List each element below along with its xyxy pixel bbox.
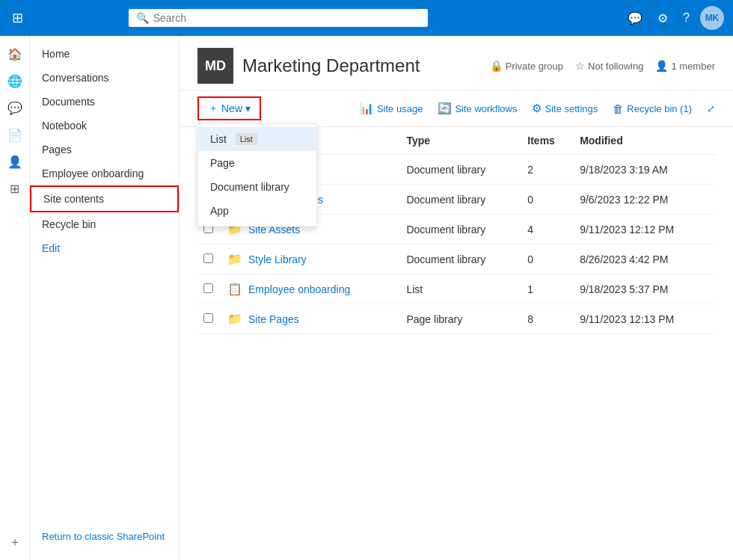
row-type-cell: Document library	[400, 185, 521, 215]
row-modified-cell: 9/11/2023 12:12 PM	[574, 215, 715, 244]
toolbar-actions: 📊 Site usage 🔄 Site workflows ⚙ Site set…	[360, 102, 715, 115]
row-name: Site Pages	[248, 313, 299, 325]
content-area: MD Marketing Department 🔒 Private group …	[180, 36, 733, 560]
row-checkbox-cell[interactable]	[197, 244, 221, 274]
icon-rail: 🏠 🌐 💬 📄 👤 ⊞ ＋	[0, 36, 30, 560]
site-logo: MD	[197, 48, 233, 84]
new-btn-wrapper: ＋ New ▾ List List Page Document library	[197, 96, 261, 120]
rail-home-icon[interactable]: 🏠	[3, 42, 27, 66]
dropdown-page-label: Page	[210, 157, 235, 169]
dropdown-item-document-library[interactable]: Document library	[198, 175, 316, 199]
recycle-icon: 🗑	[613, 102, 624, 115]
row-name-cell[interactable]: 📁Site Pages	[221, 304, 400, 334]
row-type-cell: Document library	[400, 244, 521, 274]
row-type-cell: List	[400, 274, 521, 304]
new-label: New	[221, 102, 242, 114]
expand-icon: ⤢	[707, 103, 715, 114]
main-layout: 🏠 🌐 💬 📄 👤 ⊞ ＋ Home Conversations Documen…	[0, 36, 733, 560]
expand-button[interactable]: ⤢	[707, 103, 715, 114]
not-following-button[interactable]: ☆ Not following	[575, 60, 643, 72]
rail-doc-icon[interactable]: 📄	[3, 123, 27, 147]
top-nav-icons: 💬 ⚙ ? MK	[623, 6, 724, 30]
chevron-down-icon: ▾	[245, 102, 251, 114]
settings-icon[interactable]: ⚙	[653, 8, 672, 28]
row-modified-cell: 9/6/2023 12:22 PM	[574, 185, 715, 215]
members-text: 1 member	[671, 61, 715, 72]
folder-icon: 📁	[227, 252, 242, 266]
col-items: Items	[521, 127, 574, 155]
row-modified-cell: 8/26/2023 4:42 PM	[574, 244, 715, 274]
row-type-cell: Document library	[400, 155, 521, 185]
folder-icon: 📁	[227, 312, 242, 326]
private-group-label: 🔒 Private group	[490, 60, 563, 72]
dropdown-item-app[interactable]: App	[198, 199, 316, 223]
site-settings-button[interactable]: ⚙ Site settings	[532, 102, 598, 115]
members-button[interactable]: 👤 1 member	[655, 60, 715, 72]
row-name: Style Library	[248, 253, 307, 265]
site-meta: 🔒 Private group ☆ Not following 👤 1 memb…	[490, 60, 715, 72]
sidebar-item-employee-onboarding[interactable]: Employee onboarding	[30, 161, 179, 185]
sidebar-item-home[interactable]: Home	[30, 42, 179, 66]
row-checkbox-cell[interactable]	[197, 274, 221, 304]
sidebar-item-documents[interactable]: Documents	[30, 90, 179, 114]
site-header: MD Marketing Department 🔒 Private group …	[180, 36, 733, 90]
search-input[interactable]	[153, 12, 420, 24]
site-workflows-button[interactable]: 🔄 Site workflows	[438, 102, 517, 115]
col-type: Type	[400, 127, 521, 155]
waffle-icon[interactable]: ⊞	[9, 7, 26, 29]
rail-plus-icon[interactable]: ＋	[3, 530, 27, 554]
dropdown-item-page[interactable]: Page	[198, 151, 316, 175]
sidebar-item-pages[interactable]: Pages	[30, 138, 179, 161]
table-row: 📋Employee onboarding List 1 9/18/2023 5:…	[197, 274, 715, 304]
rail-chat-icon[interactable]: 💬	[3, 96, 27, 120]
row-modified-cell: 9/18/2023 3:19 AM	[574, 155, 715, 185]
row-items-cell: 0	[521, 185, 574, 215]
new-dropdown-menu: List List Page Document library App	[197, 123, 317, 227]
star-icon: ☆	[575, 60, 585, 72]
chart-icon: 📊	[360, 102, 374, 115]
row-checkbox-cell[interactable]	[197, 304, 221, 334]
row-modified-cell: 9/18/2023 5:37 PM	[574, 274, 715, 304]
list-icon: 📋	[227, 282, 242, 296]
dropdown-list-label: List	[210, 133, 227, 145]
sidebar-item-conversations[interactable]: Conversations	[30, 66, 179, 90]
table-row: 📁Site Pages Page library 8 9/11/2023 12:…	[197, 304, 715, 334]
col-modified: Modified	[574, 127, 715, 155]
new-button[interactable]: ＋ New ▾	[197, 96, 261, 120]
recycle-bin-label: Recycle bin (1)	[627, 103, 692, 114]
site-title: Marketing Department	[242, 55, 420, 76]
row-type-cell: Document library	[400, 215, 521, 244]
search-bar[interactable]: 🔍	[129, 9, 428, 27]
site-usage-button[interactable]: 📊 Site usage	[360, 102, 423, 115]
row-type-cell: Page library	[400, 304, 521, 334]
help-icon[interactable]: ?	[678, 8, 694, 28]
person-icon: 👤	[655, 60, 668, 72]
sidebar-return-link[interactable]: Return to classic SharePoint	[30, 519, 179, 554]
lock-icon: 🔒	[490, 60, 503, 72]
row-items-cell: 2	[521, 155, 574, 185]
not-following-text: Not following	[588, 61, 643, 72]
sidebar-item-recycle-bin[interactable]: Recycle bin	[30, 212, 179, 236]
recycle-bin-button[interactable]: 🗑 Recycle bin (1)	[613, 102, 692, 115]
row-items-cell: 8	[521, 304, 574, 334]
private-group-text: Private group	[506, 61, 563, 72]
row-name: Employee onboarding	[248, 283, 350, 295]
chat-icon[interactable]: 💬	[623, 8, 647, 28]
row-modified-cell: 9/11/2023 12:13 PM	[574, 304, 715, 334]
dropdown-app-label: App	[210, 205, 229, 217]
sidebar-item-site-contents[interactable]: Site contents	[30, 185, 179, 212]
row-name-cell[interactable]: 📁Style Library	[221, 244, 400, 274]
rail-apps-icon[interactable]: ⊞	[3, 176, 27, 200]
site-settings-label: Site settings	[545, 103, 598, 114]
row-name-cell[interactable]: 📋Employee onboarding	[221, 274, 400, 304]
sidebar-edit-link[interactable]: Edit	[30, 236, 179, 260]
dropdown-item-list[interactable]: List List	[198, 127, 316, 151]
rail-globe-icon[interactable]: 🌐	[3, 69, 27, 93]
rail-user-icon[interactable]: 👤	[3, 150, 27, 173]
sidebar-item-notebook[interactable]: Notebook	[30, 114, 179, 138]
workflow-icon: 🔄	[438, 102, 452, 115]
list-tooltip: List	[236, 133, 257, 145]
avatar[interactable]: MK	[700, 6, 724, 30]
site-usage-label: Site usage	[377, 103, 423, 114]
row-items-cell: 1	[521, 274, 574, 304]
